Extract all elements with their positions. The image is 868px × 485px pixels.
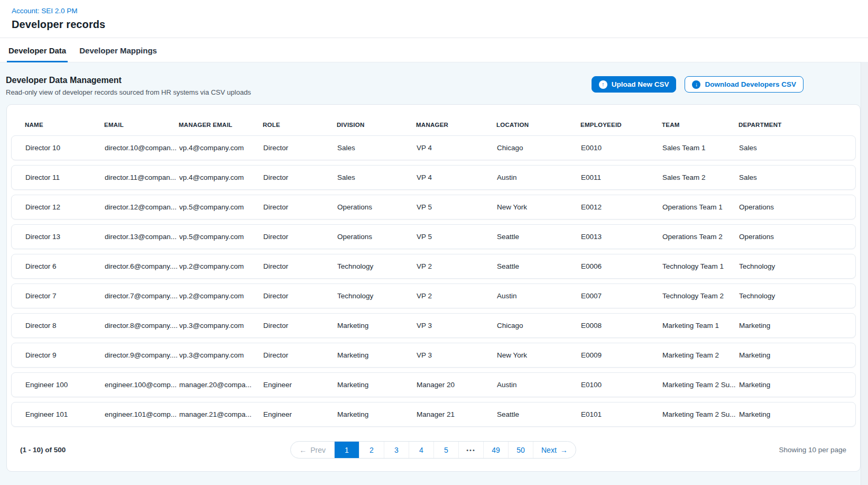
page-button-5[interactable]: 5 <box>433 442 458 458</box>
tab-developer-mappings[interactable]: Developer Mappings <box>78 38 159 62</box>
table-cell: VP 4 <box>417 144 497 152</box>
table-cell: engineer.101@comp... <box>105 410 179 418</box>
table-cell: Director 6 <box>25 262 105 270</box>
table-cell: Marketing Team 1 <box>662 322 739 330</box>
table-cell: Sales Team 1 <box>662 144 739 152</box>
table-cell: Technology <box>337 292 417 300</box>
table-cell: director.7@company.... <box>105 292 179 300</box>
table-cell: vp.4@company.com <box>179 173 263 181</box>
table-cell: VP 3 <box>417 322 497 330</box>
table-cell: Marketing <box>337 322 417 330</box>
table-cell: Director 12 <box>25 203 105 211</box>
table-cell: E0009 <box>581 351 662 359</box>
table-cell: New York <box>497 203 581 211</box>
table-cell: E0012 <box>581 203 662 211</box>
download-developers-csv-button[interactable]: ↓ Download Developers CSV <box>685 76 804 93</box>
right-arrow-icon: → <box>560 446 568 454</box>
table-cell: Sales <box>337 173 417 181</box>
table-cell: E0010 <box>581 144 662 152</box>
table-cell: Marketing Team 2 <box>662 351 739 359</box>
prev-label: Prev <box>310 446 326 454</box>
tab-developer-data[interactable]: Developer Data <box>7 38 68 62</box>
table-cell: E0006 <box>581 262 662 270</box>
table-cell: Director <box>263 203 337 211</box>
table-cell: E0011 <box>581 173 662 181</box>
page-ellipsis: ••• <box>458 442 483 458</box>
table-cell: Director <box>263 262 337 270</box>
tab-bar: Developer DataDeveloper Mappings <box>0 38 868 62</box>
table-cell: Operations <box>739 203 850 211</box>
table-cell: director.11@compan... <box>105 173 179 181</box>
table-cell: Director <box>263 173 337 181</box>
table-cell: Marketing <box>337 381 417 389</box>
table-cell: Operations Team 1 <box>662 203 739 211</box>
table-row: Director 8director.8@company....vp.3@com… <box>11 313 856 338</box>
table-cell: Engineer <box>263 381 337 389</box>
download-icon: ↓ <box>692 80 700 89</box>
table-row: Director 6director.6@company....vp.2@com… <box>11 254 856 279</box>
table-cell: Technology <box>337 262 417 270</box>
table-cell: VP 5 <box>417 233 497 241</box>
table-body: Director 10director.10@compan...vp.4@com… <box>11 135 856 427</box>
table-cell: Director 8 <box>25 322 105 330</box>
page-button-49[interactable]: 49 <box>483 442 508 458</box>
table-cell: Engineer <box>263 410 337 418</box>
table-cell: Director 7 <box>25 292 105 300</box>
column-header-department: DEPARTMENT <box>738 122 851 128</box>
table-cell: Seattle <box>497 410 581 418</box>
next-label: Next <box>541 446 557 454</box>
table-row: Director 11director.11@compan...vp.4@com… <box>11 165 856 190</box>
table-cell: E0007 <box>581 292 662 300</box>
per-page-label: Showing 10 per page <box>779 446 846 454</box>
table-cell: Director <box>263 292 337 300</box>
table-cell: Director <box>263 351 337 359</box>
table-cell: Marketing <box>337 351 417 359</box>
page-header: Account: SEI 2.0 PM Developer records <box>0 0 868 38</box>
table-cell: vp.5@company.com <box>179 233 263 241</box>
page-button-2[interactable]: 2 <box>359 442 384 458</box>
page-button-1[interactable]: 1 <box>334 442 359 458</box>
table-cell: Director 10 <box>25 144 105 152</box>
table-cell: VP 2 <box>417 262 497 270</box>
next-button[interactable]: Next → <box>533 442 576 458</box>
table-row: Engineer 100engineer.100@comp...manager.… <box>11 372 856 397</box>
table-cell: Marketing <box>739 410 850 418</box>
pagination-bar: (1 - 10) of 500 ← Prev 12345•••4950 Next… <box>7 427 860 459</box>
upload-new-csv-button[interactable]: ↑ Upload New CSV <box>592 76 677 93</box>
table-cell: vp.2@company.com <box>179 292 263 300</box>
download-button-label: Download Developers CSV <box>705 81 796 88</box>
column-header-email: EMAIL <box>104 122 179 128</box>
table-cell: Director <box>263 233 337 241</box>
table-cell: director.9@company.... <box>105 351 179 359</box>
table-row: Engineer 101engineer.101@comp...manager.… <box>11 402 856 427</box>
scrollbar[interactable] <box>861 62 868 485</box>
column-header-manager-email: MANAGER EMAIL <box>179 122 263 128</box>
table-row: Director 13director.13@compan...vp.5@com… <box>11 224 856 249</box>
upload-button-label: Upload New CSV <box>612 81 669 88</box>
account-breadcrumb-link[interactable]: Account: SEI 2.0 PM <box>12 7 78 15</box>
page-button-50[interactable]: 50 <box>508 442 533 458</box>
table-cell: Marketing <box>739 381 850 389</box>
table-cell: director.10@compan... <box>105 144 179 152</box>
table-cell: director.13@compan... <box>105 233 179 241</box>
section-header: Developer Data Management Read-only view… <box>0 62 868 104</box>
table-cell: Operations <box>337 203 417 211</box>
table-cell: Engineer 101 <box>25 410 105 418</box>
table-cell: vp.5@company.com <box>179 203 263 211</box>
table-cell: E0008 <box>581 322 662 330</box>
prev-button[interactable]: ← Prev <box>291 442 334 458</box>
table-header-row: NAMEEMAILMANAGER EMAILROLEDIVISIONMANAGE… <box>11 105 856 135</box>
table-cell: VP 2 <box>417 292 497 300</box>
page-button-4[interactable]: 4 <box>409 442 433 458</box>
page-button-3[interactable]: 3 <box>384 442 409 458</box>
table-cell: Chicago <box>497 144 581 152</box>
column-header-manager: MANAGER <box>416 122 496 128</box>
table-cell: Seattle <box>497 262 581 270</box>
pagination: ← Prev 12345•••4950 Next → <box>290 441 576 459</box>
table-cell: Austin <box>497 381 581 389</box>
table-cell: E0100 <box>581 381 662 389</box>
table-cell: New York <box>497 351 581 359</box>
table-cell: vp.3@company.com <box>179 322 263 330</box>
table-cell: director.12@compan... <box>105 203 179 211</box>
table-cell: Sales <box>739 144 850 152</box>
